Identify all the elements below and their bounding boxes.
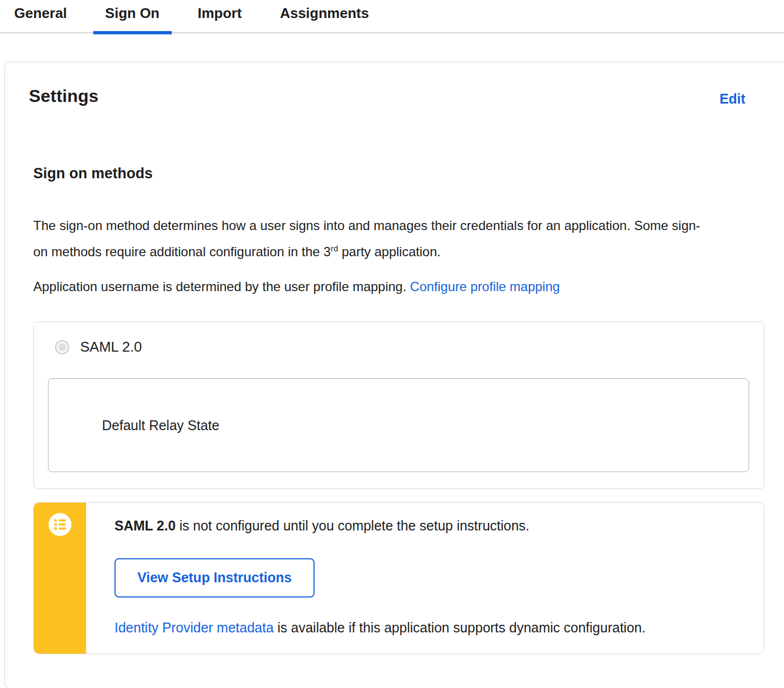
settings-title: Settings (29, 86, 784, 106)
tab-general[interactable]: General (2, 0, 79, 32)
configure-profile-mapping-link[interactable]: Configure profile mapping (410, 279, 560, 294)
saml-radio-button[interactable] (55, 340, 69, 354)
tab-import[interactable]: Import (186, 0, 254, 32)
metadata-note: Identity Provider metadata is available … (114, 619, 742, 636)
username-note: Application username is determined by th… (33, 274, 712, 300)
edit-link[interactable]: Edit (720, 91, 745, 107)
callout-content: SAML 2.0 is not configured until you com… (86, 503, 764, 654)
sign-on-methods-heading: Sign on methods (33, 165, 784, 182)
default-relay-state-box: Default Relay State (48, 378, 749, 472)
identity-provider-metadata-link[interactable]: Identity Provider metadata (114, 620, 274, 635)
setup-callout: SAML 2.0 is not configured until you com… (33, 502, 764, 654)
metadata-note-rest: is available if this application support… (274, 620, 646, 635)
username-note-text: Application username is determined by th… (33, 279, 410, 294)
default-relay-state-label: Default Relay State (102, 418, 219, 433)
callout-message: SAML 2.0 is not configured until you com… (114, 517, 742, 534)
description-text-after: party application. (338, 244, 441, 259)
description-superscript: rd (331, 244, 338, 253)
saml-radio-row: SAML 2.0 (48, 339, 749, 355)
saml-radio-label: SAML 2.0 (80, 339, 142, 355)
callout-accent-bar (34, 503, 86, 654)
callout-message-bold: SAML 2.0 (114, 518, 176, 533)
sign-on-description: The sign-on method determines how a user… (33, 213, 712, 265)
saml-method-box: SAML 2.0 Default Relay State (33, 322, 764, 489)
settings-card: Edit Settings Sign on methods The sign-o… (4, 62, 784, 688)
tab-assignments[interactable]: Assignments (268, 0, 381, 32)
callout-message-rest: is not configured until you complete the… (176, 518, 529, 533)
tab-sign-on[interactable]: Sign On (93, 0, 172, 32)
app-tabs: General Sign On Import Assignments (0, 0, 784, 33)
view-setup-instructions-button[interactable]: View Setup Instructions (114, 558, 315, 598)
list-icon (49, 513, 71, 536)
